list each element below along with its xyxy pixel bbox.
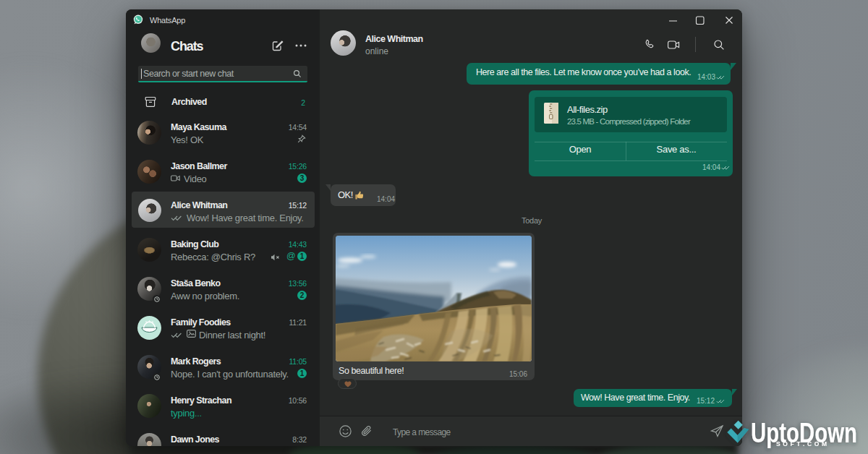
svg-text:S O F T . C O M: S O F T . C O M	[776, 440, 827, 447]
